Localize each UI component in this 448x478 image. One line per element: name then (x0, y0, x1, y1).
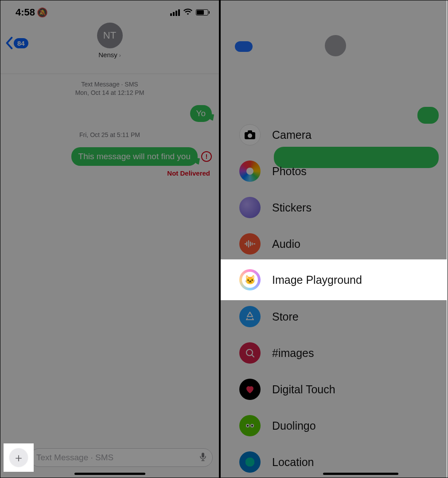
digital-touch-icon (239, 379, 261, 400)
message-row: Yo (8, 105, 212, 122)
app-label: Store (272, 310, 299, 323)
audio-icon (239, 233, 261, 255)
home-indicator (74, 473, 145, 475)
svg-rect-2 (248, 130, 252, 133)
message-row: This message will not find you ! (8, 147, 212, 166)
ghost-avatar (325, 35, 346, 56)
app-row-duolingo[interactable]: Duolingo (221, 407, 447, 444)
app-row-photos[interactable]: Photos (221, 153, 447, 189)
app-label: #images (272, 347, 314, 360)
meta-line: Fri, Oct 25 at 5:11 PM (8, 131, 212, 139)
status-time: 4:58 🔕 (16, 7, 48, 18)
cellular-icon (170, 9, 180, 16)
location-icon (239, 451, 261, 473)
svg-point-7 (247, 425, 249, 427)
app-row-camera[interactable]: Camera (221, 117, 447, 153)
screenshot-right: Camera Photos Stickers Audio 🐱 Image Pla… (221, 0, 447, 478)
mic-icon[interactable] (200, 452, 206, 463)
apps-plus-button[interactable]: ＋ (9, 448, 28, 467)
error-icon[interactable]: ! (201, 151, 212, 162)
camera-icon (239, 124, 261, 145)
avatar: NT (97, 23, 123, 48)
dimmed-header (221, 0, 447, 80)
images-icon (239, 342, 261, 364)
photos-icon (239, 161, 261, 182)
highlight-plus-button: ＋ (4, 443, 34, 472)
svg-rect-0 (202, 453, 204, 458)
app-label: Audio (272, 238, 300, 251)
bell-slash-icon: 🔕 (37, 7, 48, 18)
app-label: Location (272, 456, 314, 469)
screenshot-left: 4:58 🔕 84 NT Nensy Text Message · SMS Mo… (0, 0, 221, 478)
contact-header[interactable]: NT Nensy (97, 23, 123, 59)
meta-line: Mon, Oct 14 at 12:12 PM (8, 89, 212, 97)
app-row-images[interactable]: #images (221, 335, 447, 371)
unread-badge: 84 (14, 38, 28, 48)
svg-point-8 (251, 425, 253, 427)
app-label: Duolingo (272, 419, 316, 432)
app-label: Photos (272, 165, 307, 178)
status-right (170, 8, 208, 17)
sent-bubble[interactable]: This message will not find you (71, 147, 198, 166)
message-text-field[interactable]: Text Message · SMS (30, 448, 213, 467)
ghost-badge (235, 41, 253, 52)
battery-icon (196, 9, 208, 16)
contact-name: Nensy (97, 51, 123, 59)
app-row-image-playground[interactable]: 🐱 Image Playground (221, 259, 447, 300)
timestamp-block: Text Message · SMS Mon, Oct 14 at 12:12 … (8, 80, 212, 97)
svg-point-3 (248, 133, 252, 138)
app-label: Stickers (272, 201, 312, 214)
clock-text: 4:58 (16, 7, 35, 18)
app-row-digital-touch[interactable]: Digital Touch (221, 371, 447, 407)
placeholder-text: Text Message · SMS (36, 453, 113, 462)
sent-bubble[interactable]: Yo (190, 105, 212, 122)
highlight-image-playground: 🐱 Image Playground (221, 259, 447, 300)
app-label: Image Playground (272, 274, 362, 286)
duolingo-icon (239, 415, 261, 436)
image-playground-icon: 🐱 (239, 269, 261, 290)
meta-line: Text Message · SMS (8, 80, 212, 89)
app-row-store[interactable]: Store (221, 298, 447, 335)
store-icon (239, 306, 261, 327)
message-thread: Text Message · SMS Mon, Oct 14 at 12:12 … (0, 74, 219, 177)
timestamp-block: Fri, Oct 25 at 5:11 PM (8, 131, 212, 139)
back-button[interactable]: 84 (6, 37, 28, 49)
status-bar: 4:58 🔕 (0, 0, 219, 21)
stickers-icon (239, 197, 261, 218)
app-label: Camera (272, 129, 312, 141)
app-row-audio[interactable]: Audio (221, 226, 447, 262)
app-row-stickers[interactable]: Stickers (221, 189, 447, 226)
wifi-icon (183, 8, 192, 17)
app-label: Digital Touch (272, 383, 335, 396)
chat-header: 84 NT Nensy (0, 21, 219, 74)
delivery-status: Not Delivered (8, 169, 212, 177)
chevron-left-icon (6, 37, 13, 49)
home-indicator (323, 473, 398, 475)
